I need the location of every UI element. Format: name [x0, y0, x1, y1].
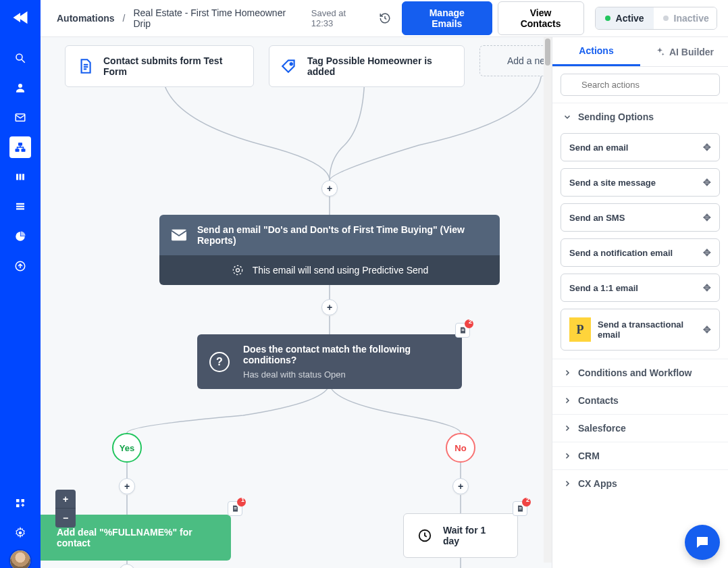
chat-fab[interactable]	[685, 525, 720, 560]
svg-rect-38	[234, 507, 237, 508]
postmark-icon: P	[569, 317, 591, 342]
status-active[interactable]: Active	[596, 7, 654, 29]
svg-point-17	[19, 532, 22, 535]
svg-rect-14	[16, 499, 20, 502]
svg-rect-7	[16, 174, 18, 180]
add-step-plus[interactable]: +	[119, 478, 135, 494]
history-icon[interactable]	[379, 12, 391, 24]
chevron-right-icon	[563, 396, 571, 405]
zoom-out-button[interactable]: −	[55, 509, 76, 527]
drag-handle-icon: ✥	[703, 282, 711, 293]
add-trigger-card[interactable]: Add a nev	[479, 45, 552, 76]
action-send-sms[interactable]: Send an SMS✥	[561, 203, 720, 232]
chevron-right-icon	[563, 480, 571, 488]
question-icon: ?	[209, 352, 230, 372]
flow-connectors	[41, 37, 552, 568]
svg-rect-11	[16, 206, 24, 207]
nav-upload-icon[interactable]	[9, 255, 31, 277]
note-badge[interactable]: 1	[228, 501, 242, 516]
app-logo	[11, 8, 30, 27]
section-conditions[interactable]: Conditions and Workflow	[552, 359, 728, 386]
add-step-plus[interactable]: +	[321, 180, 338, 197]
svg-line-1	[22, 59, 25, 63]
trigger-form-card[interactable]: Contact submits form Test Form	[65, 45, 254, 87]
condition-title: Does the contact match the following con…	[243, 344, 450, 365]
view-contacts-button[interactable]: View Contacts	[498, 1, 584, 35]
user-avatar[interactable]	[10, 550, 30, 568]
tag-icon	[280, 57, 298, 75]
add-step-plus[interactable]: +	[452, 478, 469, 494]
topbar: Automations / Real Estate - First Time H…	[41, 0, 728, 37]
trigger-tag-label: Tag Possible Homeowner is added	[307, 55, 453, 77]
zoom-controls: + −	[55, 490, 76, 527]
nav-lists-icon[interactable]	[9, 196, 31, 217]
tab-actions[interactable]: Actions	[552, 37, 640, 66]
nav-deals-icon[interactable]	[9, 166, 31, 188]
nav-search-icon[interactable]	[9, 47, 31, 69]
svg-rect-16	[16, 505, 20, 508]
saved-text: Saved at 12:33	[311, 8, 369, 28]
sparkle-icon	[654, 47, 665, 57]
svg-point-0	[16, 54, 22, 60]
add-step-plus[interactable]: +	[321, 299, 338, 315]
section-crm[interactable]: CRM	[552, 442, 728, 469]
wait-label: Wait for 1 day	[443, 525, 504, 546]
svg-rect-42	[519, 509, 522, 509]
form-icon	[76, 57, 94, 75]
decision-yes[interactable]: Yes	[112, 433, 142, 463]
section-cx-apps[interactable]: CX Apps	[552, 470, 728, 497]
svg-point-32	[290, 63, 292, 65]
send-email-label: Send an email "Do's and Don'ts of First …	[197, 224, 488, 246]
trigger-tag-card[interactable]: Tag Possible Homeowner is added	[269, 45, 465, 87]
nav-contacts-icon[interactable]	[9, 77, 31, 99]
nav-settings-icon[interactable]	[9, 522, 31, 544]
breadcrumb-sep: /	[123, 13, 126, 24]
action-send-one-to-one[interactable]: Send a 1:1 email✥	[561, 274, 720, 302]
trigger-form-label: Contact submits form Test Form	[103, 55, 242, 77]
wait-block[interactable]: Wait for 1 day	[403, 513, 518, 558]
automation-canvas[interactable]: Contact submits form Test Form Tag Possi…	[41, 37, 552, 568]
svg-rect-36	[462, 329, 465, 330]
send-email-block[interactable]: Send an email "Do's and Don'ts of First …	[159, 215, 500, 285]
svg-rect-4	[18, 143, 22, 146]
svg-rect-9	[22, 174, 24, 180]
predictive-icon	[231, 263, 244, 277]
canvas-scrollbar[interactable]	[544, 37, 552, 563]
svg-rect-10	[16, 203, 24, 205]
manage-emails-button[interactable]: Manage Emails	[402, 1, 492, 35]
svg-rect-12	[16, 208, 24, 209]
section-sending-options[interactable]: Sending Options	[552, 103, 728, 130]
note-badge[interactable]: 2	[513, 501, 527, 516]
tab-ai-builder[interactable]: AI Builder	[640, 37, 728, 66]
action-send-notification[interactable]: Send a notification email✥	[561, 238, 720, 267]
add-deal-label: Add deal "%FULLNAME%" for contact	[57, 527, 192, 548]
nav-reports-icon[interactable]	[9, 226, 31, 247]
svg-rect-5	[16, 149, 20, 152]
breadcrumb-root[interactable]: Automations	[57, 13, 115, 24]
zoom-in-button[interactable]: +	[55, 490, 76, 509]
action-send-site-message[interactable]: Send a site message✥	[561, 168, 720, 197]
drag-handle-icon: ✥	[703, 142, 711, 153]
svg-rect-39	[234, 509, 237, 509]
nav-automations-icon[interactable]	[9, 136, 31, 158]
drag-handle-icon: ✥	[703, 212, 711, 223]
svg-rect-6	[22, 149, 26, 152]
section-contacts[interactable]: Contacts	[552, 387, 728, 414]
svg-rect-37	[462, 330, 465, 331]
nav-apps-icon[interactable]	[9, 492, 31, 514]
status-inactive[interactable]: Inactive	[654, 7, 717, 29]
condition-block[interactable]: ? Does the contact match the following c…	[197, 334, 462, 389]
clock-icon	[417, 528, 432, 543]
breadcrumb-current[interactable]: Real Estate - First Time Homeowner Drip	[133, 7, 303, 29]
drag-handle-icon: ✥	[703, 177, 711, 188]
svg-point-35	[236, 269, 239, 272]
svg-point-34	[233, 265, 242, 274]
action-send-transactional[interactable]: PSend a transactional email ✥	[561, 309, 720, 351]
search-actions-input[interactable]	[561, 74, 720, 96]
drag-handle-icon: ✥	[703, 324, 711, 335]
note-badge[interactable]: 2	[455, 323, 470, 338]
nav-campaigns-icon[interactable]	[9, 107, 31, 128]
action-send-email[interactable]: Send an email✥	[561, 133, 720, 161]
section-salesforce[interactable]: Salesforce	[552, 415, 728, 442]
decision-no[interactable]: No	[446, 433, 475, 463]
